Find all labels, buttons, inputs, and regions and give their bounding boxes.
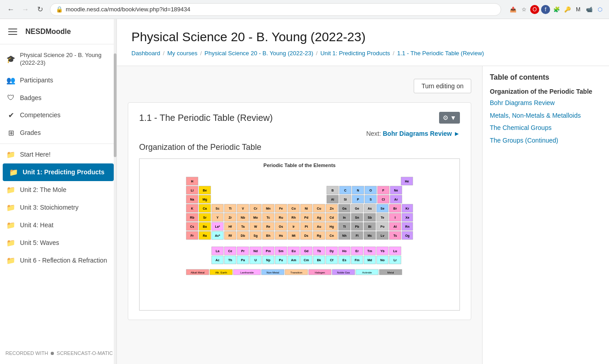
svg-text:Ag: Ag xyxy=(317,216,321,220)
sidebar-item-participants[interactable]: 👥 Participants xyxy=(0,72,116,89)
svg-text:No: No xyxy=(380,259,384,262)
hamburger-menu[interactable] xyxy=(6,24,21,39)
breadcrumb-my-courses[interactable]: My courses xyxy=(167,50,197,57)
ext-puzzle-icon[interactable]: 🧩 xyxy=(552,5,561,14)
ext-screencast-icon[interactable]: 📹 xyxy=(585,5,594,14)
toc-link-chemical-groups[interactable]: The Chemical Groups xyxy=(490,124,602,133)
svg-text:Fl: Fl xyxy=(356,234,358,237)
browser-nav-buttons: ← → ↻ xyxy=(5,3,46,16)
back-button[interactable]: ← xyxy=(5,3,17,16)
svg-text:Re: Re xyxy=(266,225,271,228)
svg-text:Db: Db xyxy=(241,234,245,237)
breadcrumb-course[interactable]: Physical Science 20 - B. Young (2022-23) xyxy=(204,50,313,57)
refresh-button[interactable]: ↻ xyxy=(34,3,46,16)
svg-text:Rh: Rh xyxy=(291,216,295,219)
svg-text:Alk. Earth: Alk. Earth xyxy=(215,271,227,274)
ext-opera-icon[interactable]: O xyxy=(530,5,539,14)
sidebar-item-competencies[interactable]: ✔ Competencies xyxy=(0,106,116,124)
svg-text:Md: Md xyxy=(367,259,372,262)
screencast-watermark: RECORDED WITH ⏺ SCREENCAST-O-MATIC xyxy=(5,350,113,356)
svg-text:Ba: Ba xyxy=(203,225,207,228)
breadcrumb-unit1[interactable]: Unit 1: Predicting Products xyxy=(320,50,390,57)
svg-text:Lu: Lu xyxy=(393,249,397,253)
svg-text:Nb: Nb xyxy=(241,216,245,219)
svg-text:Fr: Fr xyxy=(191,234,194,237)
svg-text:Noble Gas: Noble Gas xyxy=(337,271,350,274)
svg-text:Hg: Hg xyxy=(329,225,334,229)
sidebar-item-grades[interactable]: ⊞ Grades xyxy=(0,124,116,142)
sidebar-course-label: Physical Science 20 - B. Young (2022-23) xyxy=(20,52,110,67)
gear-icon: ⚙ xyxy=(443,114,449,121)
svg-text:K: K xyxy=(191,207,193,210)
svg-text:Y: Y xyxy=(217,216,219,219)
svg-text:Pd: Pd xyxy=(304,216,309,219)
sidebar-item-unit3[interactable]: 📁 Unit 3: Stoichiometry xyxy=(0,199,116,216)
sidebar-item-unit4[interactable]: 📁 Unit 4: Heat xyxy=(0,216,116,234)
toc-link-groups-continued[interactable]: The Groups (Continued) xyxy=(490,136,602,145)
address-bar[interactable]: 🔒 moodle.nesd.ca/mod/book/view.php?id=18… xyxy=(50,3,501,16)
svg-text:Tb: Tb xyxy=(317,249,321,253)
sidebar-scrollbar[interactable] xyxy=(114,19,116,364)
gear-button[interactable]: ⚙ ▼ xyxy=(439,112,460,124)
svg-text:P: P xyxy=(357,198,359,201)
sidebar-grades-label: Grades xyxy=(20,129,41,136)
content-title: Organization of the Periodic Table xyxy=(139,143,460,152)
sidebar-item-course[interactable]: 🎓 Physical Science 20 - B. Young (2022-2… xyxy=(0,47,116,72)
svg-text:Gd: Gd xyxy=(304,249,309,253)
svg-text:Cn: Cn xyxy=(329,234,334,237)
badges-icon: 🛡 xyxy=(6,94,15,102)
ext-fb-icon[interactable]: f xyxy=(541,5,550,14)
svg-text:Metal: Metal xyxy=(387,271,394,274)
svg-text:Sr: Sr xyxy=(203,216,207,219)
svg-text:Ga: Ga xyxy=(342,207,346,210)
unit6-icon: 📁 xyxy=(6,256,15,265)
book-section-actions: ⚙ ▼ xyxy=(439,112,460,124)
forward-button[interactable]: → xyxy=(19,3,32,16)
sidebar-item-unit1[interactable]: 📁 Unit 1: Predicting Products xyxy=(3,163,114,181)
ext-chrome-icon[interactable]: ⬡ xyxy=(595,5,604,14)
breadcrumb-dashboard[interactable]: Dashboard xyxy=(131,50,160,57)
sidebar-item-start-here[interactable]: 📁 Start Here! xyxy=(0,146,116,163)
svg-text:Rn: Rn xyxy=(405,225,409,228)
svg-text:Fe: Fe xyxy=(279,207,283,210)
toc-title: Table of contents xyxy=(490,73,602,81)
sidebar-item-unit5[interactable]: 📁 Unit 5: Waves xyxy=(0,234,116,252)
breadcrumb-current[interactable]: 1.1 - The Periodic Table (Review) xyxy=(397,50,484,57)
sidebar-item-badges[interactable]: 🛡 Badges xyxy=(0,89,116,106)
svg-text:I: I xyxy=(395,216,396,219)
toc-panel: Table of contents Organization of the Pe… xyxy=(482,66,609,364)
next-label: Next: xyxy=(366,130,381,137)
svg-text:Ta: Ta xyxy=(241,225,245,228)
breadcrumb-sep-4: / xyxy=(393,50,395,57)
sidebar-start-here-label: Start Here! xyxy=(20,151,51,158)
svg-text:Na: Na xyxy=(190,198,194,201)
svg-text:Mo: Mo xyxy=(253,216,258,219)
sidebar-participants-label: Participants xyxy=(20,77,53,84)
sidebar-badges-label: Badges xyxy=(20,94,41,101)
svg-text:Th: Th xyxy=(228,259,232,262)
page-title: Physical Science 20 - B. Young (2022-23) xyxy=(131,30,594,44)
sidebar-item-unit6[interactable]: 📁 Unit 6 - Reflection & Refraction xyxy=(0,252,116,269)
svg-text:Ho: Ho xyxy=(342,249,346,253)
svg-text:Lanthanide: Lanthanide xyxy=(240,271,254,274)
svg-text:W: W xyxy=(254,225,257,228)
svg-text:Cl: Cl xyxy=(382,198,385,201)
page-header: Physical Science 20 - B. Young (2022-23)… xyxy=(117,19,609,66)
ext-moodle-icon[interactable]: M xyxy=(574,5,583,14)
next-link[interactable]: Bohr Diagrams Review ► xyxy=(383,130,460,137)
sidebar-unit2-label: Unit 2: The Mole xyxy=(20,186,66,193)
turn-editing-button[interactable]: Turn editing on xyxy=(414,79,471,93)
toc-link-bohr[interactable]: Bohr Diagrams Review xyxy=(490,99,602,108)
ext-share-icon[interactable]: 📤 xyxy=(508,5,517,14)
toc-link-metals[interactable]: Metals, Non-Metals & Metalloids xyxy=(490,111,602,120)
sidebar-unit3-label: Unit 3: Stoichiometry xyxy=(20,204,78,211)
svg-text:Pm: Pm xyxy=(266,249,271,253)
sidebar-item-unit2[interactable]: 📁 Unit 2: The Mole xyxy=(0,181,116,199)
sidebar-unit1-label: Unit 1: Predicting Products xyxy=(23,168,104,176)
svg-text:Yb: Yb xyxy=(381,249,385,253)
ext-star-icon[interactable]: ☆ xyxy=(519,5,528,14)
svg-text:Al: Al xyxy=(331,198,334,201)
svg-text:Sm: Sm xyxy=(279,249,284,253)
ext-1password-icon[interactable]: 🔑 xyxy=(563,5,572,14)
svg-text:Cf: Cf xyxy=(330,259,334,262)
